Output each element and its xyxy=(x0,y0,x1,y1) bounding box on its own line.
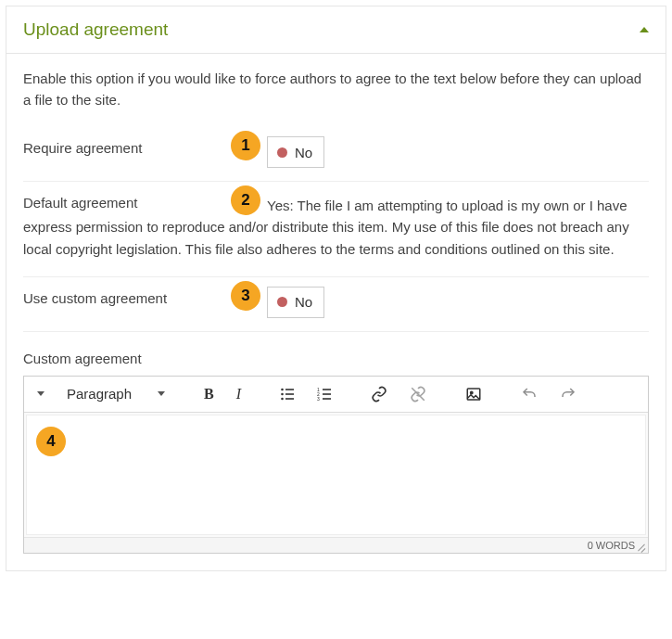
status-dot-off-icon xyxy=(277,147,287,158)
panel-header[interactable]: Upload agreement xyxy=(6,6,666,54)
setting-use-custom-agreement: Use custom agreement 3 No xyxy=(23,277,649,332)
editor-toolbar: Paragraph B I 123 xyxy=(24,377,648,413)
toggle-use-custom-agreement[interactable]: No xyxy=(267,287,324,318)
numbered-list-icon: 123 xyxy=(317,387,332,402)
link-icon xyxy=(371,386,387,403)
label-require-agreement: Require agreement xyxy=(23,140,142,156)
setting-default-agreement: Default agreement 2 Yes: The file I am a… xyxy=(23,182,649,277)
chevron-down-icon xyxy=(158,391,165,396)
italic-icon: I xyxy=(236,386,241,403)
bulleted-list-button[interactable] xyxy=(274,383,300,405)
default-agreement-text: Yes: The file I am attempting to upload … xyxy=(267,195,649,260)
image-button[interactable] xyxy=(460,382,488,406)
svg-text:3: 3 xyxy=(317,396,320,402)
editor-statusbar: 0 WORDS xyxy=(24,537,648,553)
numbered-list-button[interactable]: 123 xyxy=(311,383,337,405)
unlink-icon xyxy=(410,386,426,403)
format-select[interactable]: Paragraph xyxy=(61,382,171,405)
rich-text-editor: Paragraph B I 123 xyxy=(23,376,649,554)
badge-2: 2 xyxy=(231,185,260,215)
svg-point-2 xyxy=(281,392,284,395)
toggle-require-agreement[interactable]: No xyxy=(267,136,324,168)
resize-handle[interactable] xyxy=(637,543,646,552)
svg-point-14 xyxy=(471,391,473,393)
badge-1: 1 xyxy=(231,131,260,160)
undo-button[interactable] xyxy=(515,382,543,406)
panel-description: Enable this option if you would like to … xyxy=(23,69,649,110)
label-custom-agreement: Custom agreement xyxy=(23,351,649,366)
svg-rect-1 xyxy=(285,389,294,390)
svg-rect-5 xyxy=(285,398,294,400)
italic-button[interactable]: I xyxy=(231,382,247,406)
svg-point-0 xyxy=(281,388,284,390)
undo-icon xyxy=(521,386,538,403)
link-button[interactable] xyxy=(365,382,393,406)
chevron-down-icon xyxy=(37,391,44,396)
panel-title: Upload agreement xyxy=(23,19,168,40)
bold-icon: B xyxy=(204,386,214,403)
svg-rect-9 xyxy=(323,393,331,395)
label-use-custom-agreement: Use custom agreement xyxy=(23,290,167,306)
badge-3: 3 xyxy=(231,281,260,311)
editor-textarea[interactable]: 4 xyxy=(26,415,646,535)
toolbar-expand-button[interactable] xyxy=(32,388,50,400)
chevron-up-icon xyxy=(640,27,649,32)
svg-point-4 xyxy=(281,397,284,400)
status-dot-off-icon xyxy=(277,297,287,307)
unlink-button[interactable] xyxy=(404,382,432,406)
toggle-text: No xyxy=(295,294,312,310)
badge-4: 4 xyxy=(36,427,66,456)
word-count: 0 WORDS xyxy=(588,540,635,551)
svg-rect-3 xyxy=(285,393,294,395)
upload-agreement-panel: Upload agreement Enable this option if y… xyxy=(6,6,666,571)
setting-require-agreement: Require agreement 1 No xyxy=(23,127,649,182)
image-icon xyxy=(465,386,482,403)
redo-button[interactable] xyxy=(554,382,582,406)
svg-rect-11 xyxy=(323,398,331,400)
panel-body: Enable this option if you would like to … xyxy=(6,54,666,570)
toggle-text: No xyxy=(295,145,312,160)
label-default-agreement: Default agreement xyxy=(23,195,137,211)
format-select-label: Paragraph xyxy=(67,386,132,402)
redo-icon xyxy=(560,386,577,403)
svg-rect-7 xyxy=(323,389,331,390)
bulleted-list-icon xyxy=(280,387,295,402)
bold-button[interactable]: B xyxy=(198,382,220,406)
